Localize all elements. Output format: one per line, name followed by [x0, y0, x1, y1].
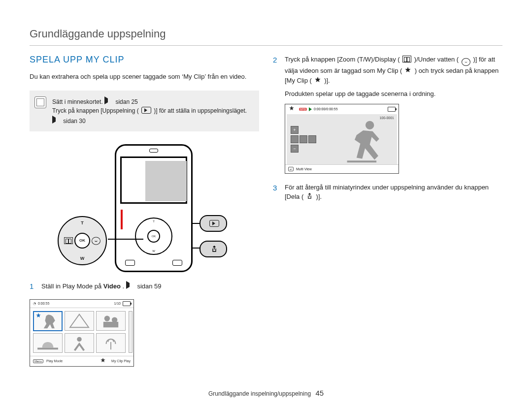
pause-icon: [299, 135, 307, 143]
leader-line: [108, 239, 143, 240]
step3-frag: )].: [316, 193, 322, 200]
svg-point-0: [104, 315, 110, 321]
thumbnail-grid: [30, 308, 129, 356]
step-number: 2: [273, 55, 279, 85]
step-3: 3 För att återgå till miniatyrindex unde…: [273, 183, 502, 202]
play-indicator-icon: [309, 107, 312, 111]
step2-frag: )/Under vatten (: [414, 56, 459, 63]
skater-silhouette: [342, 117, 390, 164]
display-icon: [402, 56, 411, 62]
display-icon: [63, 237, 74, 244]
onscreen-controls: + −: [291, 125, 316, 154]
step1-ref: sidan 59: [137, 282, 161, 290]
page-ref-arrow-icon: [52, 116, 61, 124]
step1-pre: Ställ in Play Mode på: [41, 282, 103, 290]
ok-button-label: OK: [74, 233, 90, 249]
note-line2-pre: Tryck på knappen [Uppspelning (: [52, 107, 139, 114]
volume-down-icon: −: [291, 145, 299, 153]
two-column-layout: SPELA UPP MY CLIP Du kan extrahera och s…: [30, 55, 502, 367]
note-line2-ref: sidan 30: [63, 118, 85, 125]
pshot-scene: 100-0001 + −: [287, 114, 397, 164]
pshot-bottom: ↩ Multi View: [285, 164, 399, 173]
zoom-w-label: W: [80, 256, 85, 261]
step-2: 2 Tryck på knappen [Zoom (T/W)/Display (…: [273, 55, 502, 85]
step-body: För att återgå till miniatyrindex under …: [285, 183, 502, 202]
vshot-footer: Menu Play Mode My Clip Play: [30, 356, 133, 366]
zoom-t-label: T: [81, 220, 84, 225]
bottom-left-btn: [125, 260, 135, 266]
rewind-icon: [291, 135, 299, 143]
page-footer: Grundläggande inspelning/uppspelning 45: [0, 389, 532, 397]
playback-button-icon: [141, 107, 151, 114]
note-line2-post: )] för att ställa in uppspelningsläget.: [154, 107, 247, 114]
volume-up-icon: +: [291, 126, 299, 134]
quality-badge: STD: [299, 108, 307, 111]
thumb-6: [96, 333, 126, 353]
playmode-label: Play Mode: [46, 359, 63, 363]
chapter-title: Grundläggande uppspelning: [30, 28, 502, 46]
side-button-play: [200, 215, 227, 232]
vshot-counter: 1/10: [114, 302, 121, 305]
device-body: OK T W: [115, 144, 193, 272]
step-number: 3: [273, 183, 279, 202]
myclip-play-label: My Clip Play: [111, 359, 131, 363]
ok-label: OK: [147, 230, 160, 243]
myclip-star-icon: [315, 77, 322, 84]
share-icon: [211, 246, 218, 252]
svg-point-4: [77, 337, 82, 342]
note-line1-pre: Sätt i minneskortet.: [52, 98, 104, 105]
step-body: Ställ in Play Mode på Video . sidan 59: [41, 281, 259, 292]
note-box: Sätt i minneskortet. sidan 25 Tryck på k…: [30, 91, 259, 132]
t-label: T: [153, 220, 155, 223]
video-index-screenshot: ◔ 0:00:55 1/10: [30, 299, 134, 367]
top-lens: [149, 149, 158, 153]
step3-frag: För att återgå till miniatyrindex under …: [285, 184, 489, 201]
section-title: SPELA UPP MY CLIP: [30, 55, 259, 65]
myclip-star-icon: [289, 106, 296, 113]
pshot-top: STD 0:00:00/0:00:55: [285, 104, 399, 114]
battery-icon: [388, 107, 396, 112]
step-body: Tryck på knappen [Zoom (T/W)/Display ( )…: [285, 55, 502, 85]
device-screen: [120, 156, 187, 204]
device-dpad: OK T W: [135, 218, 172, 255]
myclip-star-icon: [36, 313, 43, 320]
playback-button-icon: [209, 220, 219, 227]
thumb-5: [65, 333, 94, 353]
device-diagram: OK T W ⌣ OK T W: [61, 144, 228, 272]
red-marker: [121, 210, 123, 229]
underwater-icon: ⌣: [91, 237, 101, 245]
scrollbar: [129, 311, 133, 353]
manual-page: Grundläggande uppspelning SPELA UPP MY C…: [0, 0, 532, 406]
page-ref-arrow-icon: [126, 281, 134, 289]
return-tag: ↩: [288, 167, 294, 171]
myclip-star-icon: [405, 67, 412, 74]
page-number: 45: [315, 389, 324, 397]
vshot-time: 0:00:55: [38, 302, 49, 305]
zoom-dpad-enlarged: OK T W ⌣: [58, 216, 107, 265]
pshot-time: 0:00:00/0:00:55: [314, 107, 338, 111]
step-number: 1: [30, 281, 35, 292]
underwater-icon: ⌣: [462, 58, 470, 66]
step1-bold: Video: [103, 282, 121, 290]
w-label: W: [152, 250, 155, 252]
page-ref-arrow-icon: [104, 96, 113, 104]
multiview-label: Multi View: [296, 167, 312, 171]
note-line1-ref: sidan 25: [115, 98, 137, 105]
step2-frag: )].: [324, 77, 330, 84]
step-1: 1 Ställ in Play Mode på Video . sidan 59: [30, 281, 259, 292]
thumb-2: [65, 311, 94, 331]
left-column: SPELA UPP MY CLIP Du kan extrahera och s…: [30, 55, 259, 367]
svg-rect-2: [103, 322, 118, 327]
intro-text: Du kan extrahera och spela upp scener ta…: [30, 72, 259, 82]
menu-tag: Menu: [33, 359, 43, 363]
svg-rect-3: [37, 347, 58, 349]
svg-rect-5: [347, 160, 377, 162]
memory-card-icon: [34, 96, 46, 108]
thumb-1: [33, 311, 63, 331]
thumb-3: [96, 311, 126, 331]
vshot-top-bar: ◔ 0:00:55 1/10: [30, 300, 133, 308]
side-button-share: [200, 241, 227, 257]
clock-icon: ◔: [33, 302, 36, 306]
footer-text: Grundläggande inspelning/uppspelning: [208, 390, 311, 397]
right-column: 2 Tryck på knappen [Zoom (T/W)/Display (…: [273, 55, 502, 367]
